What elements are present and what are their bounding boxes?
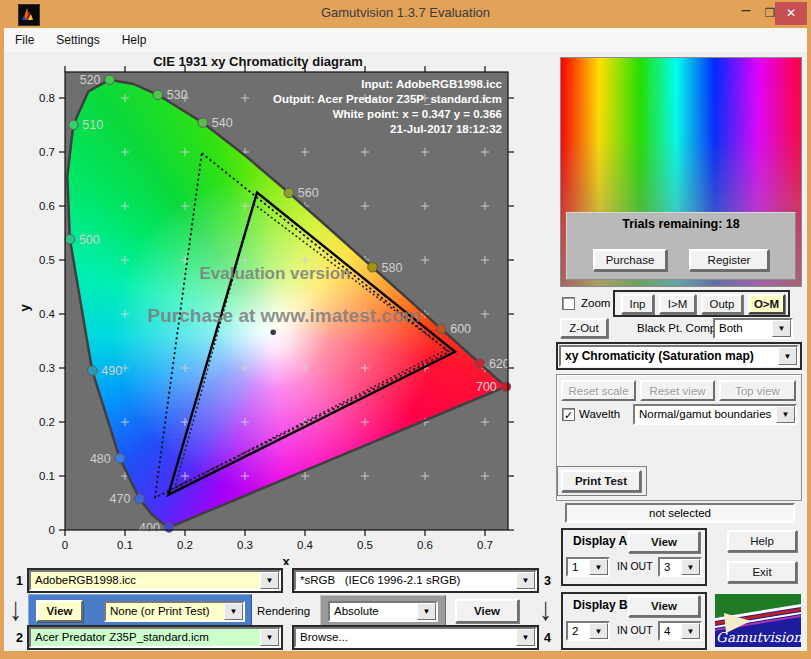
output-profile-select[interactable]: Acer Predator Z35P_standard.icm ▼ [29, 627, 281, 648]
top-view-button[interactable]: Top view [719, 380, 796, 401]
slot3-profile-value: *sRGB (IEC6 1996-2.1 sRGB) [296, 572, 516, 589]
browse-select[interactable]: Browse... ▼ [294, 627, 537, 648]
rendering-intent-value: Absolute [330, 603, 417, 620]
print-test-select[interactable]: None (or Print Test) ▼ [104, 601, 245, 622]
y-axis-label: y [17, 304, 32, 312]
y-tick-label: 0 [49, 524, 55, 536]
zoom-checkbox-label: Zoom [581, 297, 610, 309]
chevron-down-icon[interactable]: ▼ [260, 572, 279, 589]
chevron-down-icon[interactable]: ▼ [778, 347, 797, 365]
chevron-down-icon[interactable]: ▼ [681, 559, 700, 575]
x-tick-label: 0.7 [477, 539, 493, 551]
black-pt-comp-value: Both [715, 320, 772, 337]
slot3-number: 3 [544, 574, 551, 588]
chevron-down-icon[interactable]: ▼ [417, 603, 436, 620]
input-profile-value: AdobeRGB1998.icc [31, 572, 260, 589]
menu-settings[interactable]: Settings [45, 33, 110, 47]
outp-button[interactable]: Outp [701, 294, 743, 314]
help-button[interactable]: Help [727, 530, 797, 552]
o-to-m-button[interactable]: O>M [748, 294, 785, 314]
y-tick-label: 0.6 [39, 200, 55, 212]
print-test-select-value: None (or Print Test) [106, 603, 224, 620]
x-axis-label: x [282, 554, 290, 565]
chevron-down-icon[interactable]: ▼ [681, 623, 700, 639]
y-tick-label: 0.8 [39, 92, 55, 104]
chevron-down-icon[interactable]: ▼ [516, 629, 535, 646]
display-b-out-select[interactable]: 4 ▼ [658, 621, 702, 641]
black-pt-comp-label: Black Pt. Comp. [637, 322, 719, 334]
trials-panel: Trials remaining: 18 Purchase Register [566, 212, 796, 280]
print-test-button[interactable]: Print Test [561, 470, 641, 492]
display-b-in-value: 2 [568, 623, 589, 639]
trials-remaining-label: Trials remaining: 18 [567, 217, 795, 231]
y-tick-label: 0.3 [39, 362, 55, 374]
close-button[interactable]: ✕ [775, 2, 807, 25]
window-title: Gamutvision 1.3.7 Evaluation [0, 5, 811, 20]
slot2-number: 2 [16, 631, 23, 645]
title-bar: Gamutvision 1.3.7 Evaluation – ❐ ✕ [0, 0, 811, 28]
boundaries-select[interactable]: Normal/gamut boundaries ▼ [633, 404, 797, 425]
wavelth-checkbox[interactable]: ✓ [562, 408, 575, 421]
menu-file[interactable]: File [4, 33, 45, 47]
chromaticity-figure: CIE 1931 xy Chromaticity diagram 4004704… [8, 52, 553, 565]
x-tick-label: 0.2 [177, 539, 193, 551]
display-a-in-select[interactable]: 1 ▼ [566, 557, 610, 577]
map-select[interactable]: xy Chromaticity (Saturation map) ▼ [559, 345, 799, 367]
app-window: Gamutvision 1.3.7 Evaluation – ❐ ✕ File … [0, 0, 811, 659]
slot1-number: 1 [16, 574, 23, 588]
display-b-in-select[interactable]: 2 ▼ [566, 621, 610, 641]
gamutvision-logo-text: Gamutvision [716, 629, 801, 645]
input-profile-select[interactable]: AdobeRGB1998.icc ▼ [29, 570, 281, 591]
menu-help[interactable]: Help [111, 33, 158, 47]
purchase-button[interactable]: Purchase [593, 249, 667, 271]
y-tick-label: 0.7 [39, 146, 55, 158]
wavelth-checkbox-label: Wavelth [579, 408, 620, 420]
x-tick-label: 0.4 [297, 539, 314, 551]
display-a-view-button[interactable]: View [628, 531, 700, 553]
black-pt-comp-select[interactable]: Both ▼ [713, 318, 793, 339]
chevron-down-icon[interactable]: ▼ [224, 603, 243, 620]
register-button[interactable]: Register [689, 249, 769, 271]
chevron-down-icon[interactable]: ▼ [772, 320, 791, 337]
rendering-label: Rendering [257, 605, 310, 617]
browse-select-value: Browse... [296, 629, 516, 646]
rendering-intent-select[interactable]: Absolute ▼ [328, 601, 438, 622]
down-arrow-right-icon: ↓ [539, 590, 552, 629]
display-b-out-value: 4 [660, 623, 681, 639]
reset-view-button[interactable]: Reset view [640, 380, 715, 401]
gamutvision-logo: Gamutvision [715, 594, 801, 647]
chart-title: CIE 1931 xy Chromaticity diagram [8, 54, 508, 69]
output-profile-value: Acer Predator Z35P_standard.icm [31, 629, 260, 646]
z-out-button[interactable]: Z-Out [560, 318, 608, 338]
exit-button[interactable]: Exit [727, 561, 797, 583]
down-arrow-left-icon: ↓ [9, 590, 22, 629]
chromaticity-horseshoe-fill [65, 72, 508, 530]
chevron-down-icon[interactable]: ▼ [589, 559, 608, 575]
slot3-profile-select[interactable]: *sRGB (IEC6 1996-2.1 sRGB) ▼ [294, 570, 537, 591]
display-a-out-select[interactable]: 3 ▼ [658, 557, 702, 577]
inp-button[interactable]: Inp [621, 294, 654, 314]
boundaries-select-value: Normal/gamut boundaries [635, 406, 776, 423]
display-b-title: Display B [573, 598, 628, 612]
chevron-down-icon[interactable]: ▼ [589, 623, 608, 639]
chevron-down-icon[interactable]: ▼ [516, 572, 535, 589]
display-a-in-value: 1 [568, 559, 589, 575]
x-tick-label: 0.3 [237, 539, 253, 551]
x-tick-label: 0.5 [357, 539, 373, 551]
y-tick-label: 0.1 [39, 470, 55, 482]
view-input-button[interactable]: View [36, 600, 83, 622]
map-select-value: xy Chromaticity (Saturation map) [561, 347, 778, 365]
chromaticity-plot-area[interactable] [65, 72, 508, 530]
y-tick-label: 0.2 [39, 416, 55, 428]
zoom-checkbox[interactable] [562, 297, 575, 310]
minimize-button[interactable]: – [734, 1, 758, 19]
x-tick-label: 0 [62, 539, 68, 551]
x-tick-label: 0.6 [417, 539, 433, 551]
reset-scale-button[interactable]: Reset scale [561, 380, 636, 401]
slot4-number: 4 [544, 631, 551, 645]
chevron-down-icon[interactable]: ▼ [260, 629, 279, 646]
display-b-view-button[interactable]: View [628, 595, 700, 617]
chevron-down-icon[interactable]: ▼ [776, 406, 795, 423]
view-output-button[interactable]: View [455, 599, 519, 623]
i-to-m-button[interactable]: I>M [659, 294, 696, 314]
